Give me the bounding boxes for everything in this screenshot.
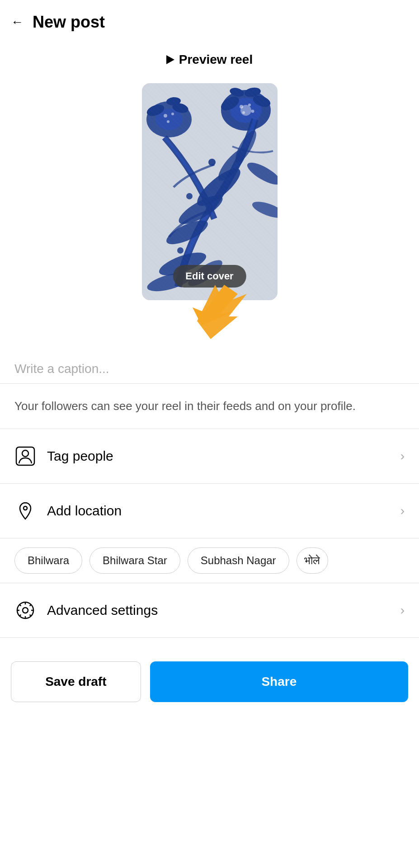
chip-subhash-nagar[interactable]: Subhash Nagar (188, 547, 289, 574)
bottom-bar: Save draft Share (0, 647, 419, 717)
chip-bhilwara-star[interactable]: Bhilwara Star (89, 547, 180, 574)
location-icon (14, 500, 36, 522)
share-button[interactable]: Share (150, 661, 408, 702)
play-icon (166, 55, 174, 64)
tag-people-item[interactable]: Tag people › (0, 429, 419, 484)
preview-reel-label: Preview reel (179, 52, 253, 67)
back-button[interactable]: ← (11, 16, 24, 28)
add-location-chevron: › (400, 504, 405, 518)
cover-container: Edit cover (142, 83, 278, 300)
followers-notice: Your followers can see your reel in thei… (0, 384, 419, 429)
svg-line-48 (30, 604, 32, 606)
header: ← New post (0, 0, 419, 39)
caption-placeholder[interactable]: Write a caption... (14, 354, 405, 383)
advanced-settings-item[interactable]: Advanced settings › (0, 583, 419, 638)
advanced-settings-left: Advanced settings (14, 599, 158, 621)
advanced-settings-label: Advanced settings (47, 603, 158, 618)
advanced-settings-chevron: › (400, 603, 405, 618)
page-title: New post (33, 13, 105, 32)
tag-people-label: Tag people (47, 448, 113, 464)
add-location-item[interactable]: Add location › (0, 484, 419, 538)
location-chips: Bhilwara Bhilwara Star Subhash Nagar भोल… (0, 538, 419, 583)
svg-point-39 (24, 506, 27, 510)
svg-line-47 (30, 615, 32, 617)
svg-line-46 (19, 604, 21, 606)
caption-area: Write a caption... (14, 354, 405, 383)
add-location-left: Add location (14, 500, 122, 522)
chip-bhilwara[interactable]: Bhilwara (14, 547, 82, 574)
chip-bhole[interactable]: भोले (297, 547, 328, 574)
save-draft-button[interactable]: Save draft (11, 661, 141, 702)
settings-icon (14, 599, 36, 621)
tag-people-chevron: › (400, 449, 405, 463)
tag-people-icon (14, 445, 36, 467)
tag-people-left: Tag people (14, 445, 113, 467)
svg-line-49 (19, 615, 21, 617)
add-location-label: Add location (47, 503, 122, 519)
cover-image: Edit cover (142, 83, 278, 300)
preview-reel-button[interactable]: Preview reel (166, 52, 253, 67)
annotation-arrow (188, 280, 260, 341)
svg-point-41 (23, 608, 28, 613)
svg-point-38 (22, 450, 28, 457)
